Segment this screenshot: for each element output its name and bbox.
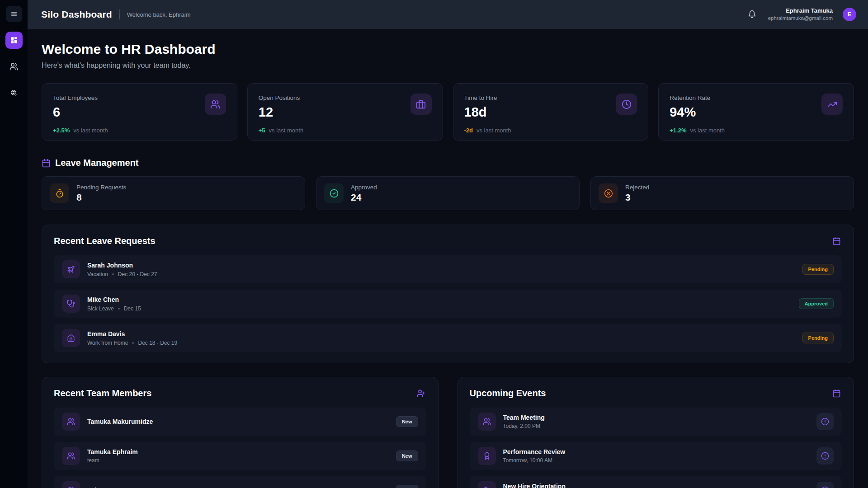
team-member-row[interactable]: Tamuka Makurumidze New xyxy=(54,408,426,436)
section-title: Leave Management xyxy=(55,158,139,168)
menu-button[interactable] xyxy=(6,6,22,22)
summary-value: 3 xyxy=(625,192,649,203)
stat-card-open-positions: Open Positions 12 +5 vs last month xyxy=(247,83,443,141)
stat-value: 18d xyxy=(464,105,637,120)
member-info: Tamuka Makurumidze xyxy=(87,418,389,425)
sidebar-item-dashboard[interactable] xyxy=(5,32,23,49)
panel-header: Recent Leave Requests xyxy=(54,236,842,246)
sidebar xyxy=(0,0,28,488)
reminder-button[interactable] xyxy=(816,482,834,488)
stat-comparison: vs last month xyxy=(476,127,511,134)
event-info: Performance Review Tomorrow, 10:00 AM xyxy=(503,448,810,464)
stat-comparison: vs last month xyxy=(690,127,725,134)
request-info: Mike Chen Sick Leave Dec 15 xyxy=(87,296,792,312)
dashboard-grid-icon xyxy=(10,36,18,44)
dot-separator xyxy=(112,273,114,275)
recent-leave-requests-panel: Recent Leave Requests Sarah Johnson Vaca… xyxy=(42,225,854,363)
leave-dates: Dec 18 - Dec 19 xyxy=(138,340,177,346)
globe-icon xyxy=(10,89,18,97)
dot-separator xyxy=(118,308,120,310)
alert-circle-icon xyxy=(821,452,829,460)
member-subtitle: team xyxy=(87,457,389,464)
leave-summary-grid: Pending Requests 8 Approved 24 Rejected … xyxy=(42,176,854,210)
new-badge: New xyxy=(396,416,418,427)
stat-label: Time to Hire xyxy=(464,94,637,101)
leave-request-row[interactable]: Sarah Johnson Vacation Dec 20 - Dec 27 P… xyxy=(54,255,842,283)
summary-label: Pending Requests xyxy=(76,184,126,191)
user-plus-icon xyxy=(478,481,496,488)
summary-card-approved: Approved 24 xyxy=(316,176,580,210)
timer-icon xyxy=(50,183,69,203)
stat-label: Total Employees xyxy=(53,94,226,101)
leave-request-row[interactable]: Emma Davis Work from Home Dec 18 - Dec 1… xyxy=(54,324,842,352)
reminder-button[interactable] xyxy=(816,447,834,465)
event-row[interactable]: New Hire Orientation Dec 15, 9:00 AM xyxy=(470,476,842,488)
topbar: Silo Dashboard Welcome back, Ephraim Eph… xyxy=(28,0,868,29)
user-block: Ephraim Tamuka ephraimtamuka@gmail.com xyxy=(768,7,833,22)
notifications-button[interactable] xyxy=(746,8,758,20)
calendar-icon xyxy=(832,389,841,398)
member-name: Tamuka Makurumidze xyxy=(87,418,389,425)
user-plus-icon xyxy=(417,389,425,398)
leave-type: Vacation xyxy=(87,271,108,277)
stat-value: 94% xyxy=(670,105,843,120)
calendar-button[interactable] xyxy=(831,236,842,246)
leave-dates: Dec 15 xyxy=(124,305,141,312)
trending-up-icon xyxy=(821,94,843,115)
event-row[interactable]: Team Meeting Today, 2:00 PM xyxy=(470,408,842,436)
alert-circle-icon xyxy=(821,486,829,488)
users-icon xyxy=(62,481,80,488)
users-icon xyxy=(478,413,496,431)
stat-delta: +1.2% xyxy=(670,127,686,134)
topbar-left: Silo Dashboard Welcome back, Ephraim xyxy=(41,9,190,20)
leave-request-row[interactable]: Mike Chen Sick Leave Dec 15 Approved xyxy=(54,290,842,318)
stat-label: Retention Rate xyxy=(670,94,843,101)
panel-title: Recent Team Members xyxy=(54,388,151,399)
summary-text: Rejected 3 xyxy=(625,184,649,203)
stat-value: 12 xyxy=(259,105,432,120)
users-icon xyxy=(62,413,80,431)
upcoming-events-panel: Upcoming Events Team Meeting Today, 2:00… xyxy=(458,377,854,488)
panel-title: Recent Leave Requests xyxy=(54,236,156,246)
leave-dates: Dec 20 - Dec 27 xyxy=(118,271,157,277)
stat-comparison: vs last month xyxy=(269,127,304,134)
sidebar-item-global[interactable] xyxy=(5,84,23,101)
app-title: Silo Dashboard xyxy=(41,9,112,20)
stat-delta-row: -2d vs last month xyxy=(464,127,637,134)
event-row[interactable]: Performance Review Tomorrow, 10:00 AM xyxy=(470,442,842,470)
stat-label: Open Positions xyxy=(259,94,432,101)
stat-delta: +5 xyxy=(259,127,265,134)
stat-value: 6 xyxy=(53,105,226,120)
avatar[interactable]: E xyxy=(843,8,856,21)
clock-icon xyxy=(616,94,637,115)
reminder-button[interactable] xyxy=(816,413,834,430)
leave-management-header: Leave Management xyxy=(42,158,854,168)
calendar-button[interactable] xyxy=(831,388,842,399)
event-name: Team Meeting xyxy=(503,414,810,421)
dot-separator xyxy=(132,342,134,344)
stat-delta-row: +1.2% vs last month xyxy=(670,127,843,134)
leave-type: Work from Home xyxy=(87,340,128,346)
calendar-icon xyxy=(832,237,841,245)
event-name: Performance Review xyxy=(503,448,810,455)
user-name: Ephraim Tamuka xyxy=(768,7,833,15)
summary-card-rejected: Rejected 3 xyxy=(590,176,854,210)
check-circle-icon xyxy=(324,183,344,203)
home-icon xyxy=(62,329,80,347)
stat-card-time-to-hire: Time to Hire 18d -2d vs last month xyxy=(453,83,649,141)
stethoscope-icon xyxy=(62,295,80,313)
new-badge: New xyxy=(396,485,418,488)
request-info: Sarah Johnson Vacation Dec 20 - Dec 27 xyxy=(87,262,795,277)
event-info: New Hire Orientation Dec 15, 9:00 AM xyxy=(503,483,810,488)
team-member-row[interactable]: Tamuka Ephraim team New xyxy=(54,442,426,470)
summary-value: 8 xyxy=(76,192,126,203)
stat-delta-row: +2.5% vs last month xyxy=(53,127,226,134)
user-email: ephraimtamuka@gmail.com xyxy=(768,15,833,22)
add-member-button[interactable] xyxy=(416,388,426,399)
summary-label: Rejected xyxy=(625,184,649,191)
topbar-right: Ephraim Tamuka ephraimtamuka@gmail.com E xyxy=(746,7,856,22)
team-member-row[interactable]: John Doe New xyxy=(54,476,426,488)
sidebar-item-team[interactable] xyxy=(5,58,23,75)
leave-type: Sick Leave xyxy=(87,305,114,312)
topbar-divider xyxy=(119,9,120,19)
